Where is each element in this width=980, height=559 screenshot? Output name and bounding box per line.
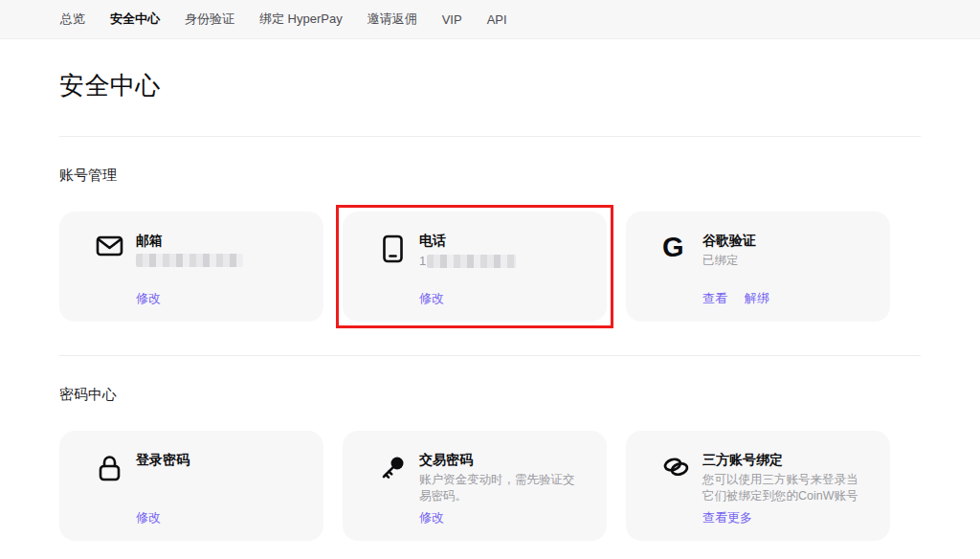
security-center-page: 安全中心 账号管理 邮箱 修改 (0, 69, 980, 559)
third-party-view-more-link[interactable]: 查看更多 (702, 509, 752, 526)
email-masked-value (136, 254, 302, 267)
third-party-binding-description: 您可以使用三方账号来登录当它们被绑定到您的CoinW账号 (702, 472, 869, 504)
trading-password-modify-link[interactable]: 修改 (419, 509, 444, 526)
account-management-cards: 邮箱 修改 电话 (59, 212, 921, 322)
nav-item-referral[interactable]: 邀请返佣 (368, 11, 417, 28)
phone-value-prefix: 1 (419, 254, 426, 268)
nav-item-vip[interactable]: VIP (442, 12, 462, 27)
trading-password-card-text: 交易密码 账户资金变动时，需先验证交易密码。 (419, 451, 586, 504)
email-card: 邮箱 修改 (59, 212, 323, 322)
google-auth-card: G 谷歌验证 已绑定 查看 解绑 (626, 212, 890, 322)
phone-masked-value: 1 (419, 254, 586, 268)
google-auth-card-text: 谷歌验证 已绑定 (702, 232, 869, 269)
third-party-binding-card-text: 三方账号绑定 您可以使用三方账号来登录当它们被绑定到您的CoinW账号 (702, 451, 869, 504)
google-icon: G (662, 232, 690, 269)
password-center-cards: 登录密码 修改 交易密码 账户资金变 (59, 431, 921, 541)
phone-card: 电话 1 修改 (343, 212, 607, 322)
google-view-link[interactable]: 查看 (702, 290, 727, 307)
google-auth-card-title: 谷歌验证 (702, 232, 869, 249)
phone-blur-mosaic (427, 255, 516, 268)
page-title: 安全中心 (59, 69, 921, 102)
login-password-card-title: 登录密码 (136, 451, 302, 468)
login-password-card-text: 登录密码 (136, 451, 302, 482)
email-card-text: 邮箱 (136, 232, 302, 267)
lock-icon (96, 451, 123, 482)
phone-card-text: 电话 1 (419, 232, 586, 268)
third-party-binding-card-links: 查看更多 (702, 509, 869, 526)
key-icon (379, 451, 407, 504)
nav-item-bind-hyperpay[interactable]: 绑定 HyperPay (259, 11, 343, 28)
third-party-binding-card-main: 三方账号绑定 您可以使用三方账号来登录当它们被绑定到您的CoinW账号 (662, 451, 869, 504)
trading-password-card: 交易密码 账户资金变动时，需先验证交易密码。 修改 (343, 431, 607, 541)
third-party-binding-card: 三方账号绑定 您可以使用三方账号来登录当它们被绑定到您的CoinW账号 查看更多 (626, 431, 890, 541)
nav-item-security-center[interactable]: 安全中心 (110, 11, 160, 28)
phone-card-title: 电话 (419, 232, 586, 249)
section-title-account-management: 账号管理 (59, 167, 921, 185)
chain-link-icon (662, 451, 690, 504)
google-auth-card-main: G 谷歌验证 已绑定 (662, 232, 869, 269)
login-password-card-main: 登录密码 (96, 451, 302, 482)
google-unbind-link[interactable]: 解绑 (745, 290, 769, 307)
login-password-card: 登录密码 修改 (59, 431, 323, 541)
section-divider (59, 355, 921, 356)
trading-password-description: 账户资金变动时，需先验证交易密码。 (419, 472, 586, 504)
google-auth-card-links: 查看 解绑 (702, 290, 869, 307)
nav-item-overview[interactable]: 总览 (60, 11, 85, 28)
login-password-modify-link[interactable]: 修改 (136, 509, 161, 526)
phone-card-links: 修改 (419, 290, 586, 307)
nav-item-identity-verification[interactable]: 身份验证 (185, 11, 234, 28)
trading-password-card-main: 交易密码 账户资金变动时，需先验证交易密码。 (379, 451, 586, 504)
login-password-card-links: 修改 (136, 509, 302, 526)
section-title-password-center: 密码中心 (59, 386, 921, 404)
trading-password-card-title: 交易密码 (419, 451, 586, 468)
email-modify-link[interactable]: 修改 (136, 290, 161, 307)
email-card-main: 邮箱 (96, 232, 302, 267)
top-navigation: 总览 安全中心 身份验证 绑定 HyperPay 邀请返佣 VIP API (0, 0, 980, 39)
third-party-binding-card-title: 三方账号绑定 (702, 451, 869, 468)
email-blur-mosaic (136, 254, 243, 267)
email-card-links: 修改 (136, 290, 302, 307)
email-card-title: 邮箱 (136, 232, 302, 249)
phone-icon (379, 232, 407, 268)
envelope-icon (96, 232, 123, 267)
section-divider (59, 136, 921, 137)
nav-item-api[interactable]: API (487, 12, 507, 27)
phone-card-main: 电话 1 (379, 232, 586, 268)
phone-modify-link[interactable]: 修改 (419, 290, 444, 307)
trading-password-card-links: 修改 (419, 509, 586, 526)
google-auth-status: 已绑定 (702, 253, 869, 269)
